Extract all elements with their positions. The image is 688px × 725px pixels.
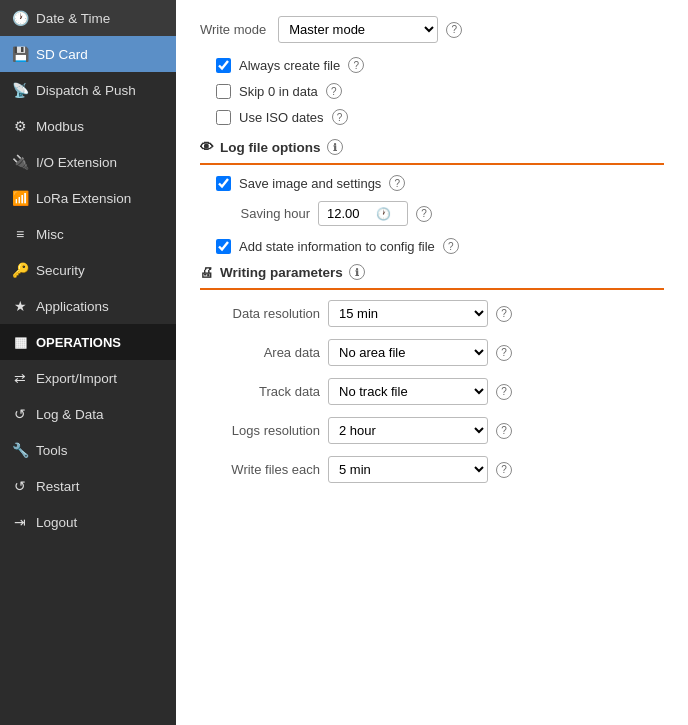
sdcard-icon: 💾	[12, 46, 28, 62]
io-icon: 🔌	[12, 154, 28, 170]
save-image-label[interactable]: Save image and settings	[239, 176, 381, 191]
sidebar: 🕐 Date & Time 💾 SD Card 📡 Dispatch & Pus…	[0, 0, 176, 725]
misc-icon: ≡	[12, 226, 28, 242]
dispatch-icon: 📡	[12, 82, 28, 98]
log-file-options-header: 👁 Log file options ℹ	[200, 139, 664, 165]
data-resolution-row: Data resolution 15 min 5 min 30 min 1 ho…	[200, 300, 664, 327]
sidebar-item-applications[interactable]: ★ Applications	[0, 288, 176, 324]
sidebar-item-tools[interactable]: 🔧 Tools	[0, 432, 176, 468]
sidebar-label-security: Security	[36, 263, 85, 278]
sidebar-item-modbus[interactable]: ⚙ Modbus	[0, 108, 176, 144]
log-file-options-help[interactable]: ℹ	[327, 139, 343, 155]
sidebar-label-restart: Restart	[36, 479, 80, 494]
logout-icon: ⇥	[12, 514, 28, 530]
saving-hour-row: Saving hour 🕐 ?	[200, 201, 664, 226]
logs-resolution-help[interactable]: ?	[496, 423, 512, 439]
add-state-help[interactable]: ?	[443, 238, 459, 254]
write-mode-help[interactable]: ?	[446, 22, 462, 38]
write-files-each-help[interactable]: ?	[496, 462, 512, 478]
sidebar-item-sd-card[interactable]: 💾 SD Card	[0, 36, 176, 72]
area-data-row: Area data No area file ?	[200, 339, 664, 366]
modbus-icon: ⚙	[12, 118, 28, 134]
sidebar-item-log-data[interactable]: ↺ Log & Data	[0, 396, 176, 432]
sidebar-label-operations: OPERATIONS	[36, 335, 121, 350]
sidebar-label-tools: Tools	[36, 443, 68, 458]
clock-icon: 🕐	[12, 10, 28, 26]
use-iso-checkbox[interactable]	[216, 110, 231, 125]
sidebar-label-logout: Logout	[36, 515, 77, 530]
area-data-select[interactable]: No area file	[328, 339, 488, 366]
sidebar-label-sd-card: SD Card	[36, 47, 88, 62]
skip-0-row: Skip 0 in data ?	[216, 83, 664, 99]
add-state-row: Add state information to config file ?	[216, 238, 664, 254]
sidebar-item-logout[interactable]: ⇥ Logout	[0, 504, 176, 540]
eye-icon: 👁	[200, 140, 214, 155]
skip-0-checkbox[interactable]	[216, 84, 231, 99]
write-files-each-select[interactable]: 5 min 10 min 15 min	[328, 456, 488, 483]
write-mode-select[interactable]: Master mode Slave mode Off	[278, 16, 438, 43]
write-mode-row: Write mode Master mode Slave mode Off ?	[200, 16, 664, 43]
sidebar-item-security[interactable]: 🔑 Security	[0, 252, 176, 288]
use-iso-label[interactable]: Use ISO dates	[239, 110, 324, 125]
save-image-checkbox[interactable]	[216, 176, 231, 191]
track-data-select[interactable]: No track file	[328, 378, 488, 405]
writing-icon: 🖨	[200, 265, 214, 280]
skip-0-help[interactable]: ?	[326, 83, 342, 99]
export-icon: ⇄	[12, 370, 28, 386]
writing-parameters-label: Writing parameters	[220, 265, 343, 280]
key-icon: 🔑	[12, 262, 28, 278]
sidebar-label-dispatch-push: Dispatch & Push	[36, 83, 136, 98]
sidebar-item-date-time[interactable]: 🕐 Date & Time	[0, 0, 176, 36]
star-icon: ★	[12, 298, 28, 314]
track-data-row: Track data No track file ?	[200, 378, 664, 405]
sidebar-item-operations[interactable]: ▦ OPERATIONS	[0, 324, 176, 360]
sidebar-label-log-data: Log & Data	[36, 407, 104, 422]
data-resolution-label: Data resolution	[200, 306, 320, 321]
use-iso-row: Use ISO dates ?	[216, 109, 664, 125]
sidebar-item-lora-extension[interactable]: 📶 LoRa Extension	[0, 180, 176, 216]
always-create-file-row: Always create file ?	[216, 57, 664, 73]
track-data-help[interactable]: ?	[496, 384, 512, 400]
log-file-options-label: Log file options	[220, 140, 321, 155]
always-create-file-checkbox[interactable]	[216, 58, 231, 73]
use-iso-help[interactable]: ?	[332, 109, 348, 125]
always-create-file-label[interactable]: Always create file	[239, 58, 340, 73]
skip-0-label[interactable]: Skip 0 in data	[239, 84, 318, 99]
sidebar-label-modbus: Modbus	[36, 119, 84, 134]
write-files-each-label: Write files each	[200, 462, 320, 477]
writing-parameters-header: 🖨 Writing parameters ℹ	[200, 264, 664, 290]
logs-resolution-row: Logs resolution 2 hour 1 hour 30 min ?	[200, 417, 664, 444]
saving-hour-label: Saving hour	[200, 206, 310, 221]
sidebar-label-lora-extension: LoRa Extension	[36, 191, 131, 206]
data-resolution-select[interactable]: 15 min 5 min 30 min 1 hour	[328, 300, 488, 327]
save-image-help[interactable]: ?	[389, 175, 405, 191]
saving-hour-help[interactable]: ?	[416, 206, 432, 222]
saving-hour-input[interactable]	[327, 206, 372, 221]
always-create-help[interactable]: ?	[348, 57, 364, 73]
add-state-label[interactable]: Add state information to config file	[239, 239, 435, 254]
sidebar-label-misc: Misc	[36, 227, 64, 242]
save-image-row: Save image and settings ?	[216, 175, 664, 191]
area-data-label: Area data	[200, 345, 320, 360]
sidebar-label-date-time: Date & Time	[36, 11, 110, 26]
area-data-help[interactable]: ?	[496, 345, 512, 361]
sidebar-item-io-extension[interactable]: 🔌 I/O Extension	[0, 144, 176, 180]
sidebar-item-export-import[interactable]: ⇄ Export/Import	[0, 360, 176, 396]
data-resolution-help[interactable]: ?	[496, 306, 512, 322]
restart-icon: ↺	[12, 478, 28, 494]
sidebar-item-restart[interactable]: ↺ Restart	[0, 468, 176, 504]
logs-resolution-select[interactable]: 2 hour 1 hour 30 min	[328, 417, 488, 444]
write-mode-label: Write mode	[200, 22, 266, 37]
add-state-checkbox[interactable]	[216, 239, 231, 254]
sidebar-item-dispatch-push[interactable]: 📡 Dispatch & Push	[0, 72, 176, 108]
sidebar-label-applications: Applications	[36, 299, 109, 314]
lora-icon: 📶	[12, 190, 28, 206]
operations-icon: ▦	[12, 334, 28, 350]
writing-parameters-help[interactable]: ℹ	[349, 264, 365, 280]
write-files-each-row: Write files each 5 min 10 min 15 min ?	[200, 456, 664, 483]
tools-icon: 🔧	[12, 442, 28, 458]
sidebar-item-misc[interactable]: ≡ Misc	[0, 216, 176, 252]
saving-hour-input-container: 🕐	[318, 201, 408, 226]
track-data-label: Track data	[200, 384, 320, 399]
logs-resolution-label: Logs resolution	[200, 423, 320, 438]
